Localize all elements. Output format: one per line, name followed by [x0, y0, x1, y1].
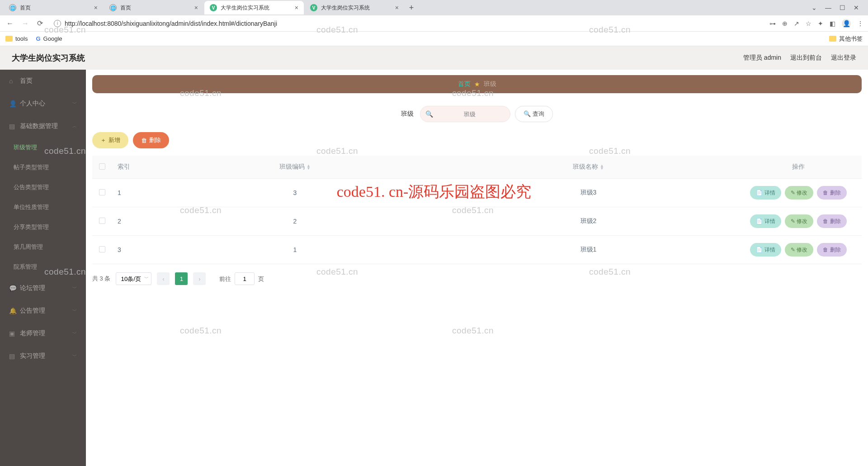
current-user[interactable]: 管理员 admin [743, 54, 781, 62]
table-row: 22班级2📄 详情✎ 修改🗑 删除 [92, 207, 862, 236]
teacher-icon: ▣ [9, 330, 15, 337]
globe-icon: 🌐 [9, 4, 16, 11]
site-info-icon[interactable]: i [54, 20, 61, 27]
app-title: 大学生岗位实习系统 [12, 52, 85, 63]
close-window-icon[interactable]: ✕ [854, 4, 859, 11]
logout-link[interactable]: 退出登录 [831, 54, 856, 62]
add-button[interactable]: ＋ 新增 [92, 132, 128, 148]
forum-icon: 💬 [9, 285, 15, 292]
search-button[interactable]: 🔍 查询 [515, 106, 553, 122]
minimize-icon[interactable]: — [825, 4, 831, 11]
sidebar-subitem-department[interactable]: 院系管理 [0, 257, 86, 277]
edit-button[interactable]: ✎ 修改 [785, 214, 813, 228]
remove-button[interactable]: 🗑 删除 [817, 243, 846, 257]
sidebar-subitem-posttype[interactable]: 帖子类型管理 [0, 157, 86, 177]
browser-tab[interactable]: 🌐 首页 × [4, 1, 103, 14]
sidebar-item-notice[interactable]: 🔔公告管理﹀ [0, 300, 86, 322]
bookmark-tools[interactable]: tools [5, 35, 28, 42]
sidebar-item-teacher[interactable]: ▣老师管理﹀ [0, 322, 86, 345]
toolbar-actions: ⊶ ⊕ ↗ ☆ ✦ ◧ 👤 ⋮ [769, 19, 863, 28]
browser-tab[interactable]: V 大学生岗位实习系统 × [305, 1, 404, 14]
tab-title: 大学生岗位实习系统 [321, 4, 393, 12]
detail-button[interactable]: 📄 详情 [750, 186, 781, 200]
sort-icon: ▲▼ [600, 164, 604, 170]
star-icon[interactable]: ☆ [806, 20, 811, 27]
remove-button[interactable]: 🗑 删除 [817, 214, 846, 228]
cell-name: 班级2 [442, 207, 735, 236]
new-tab-button[interactable]: + [405, 1, 418, 14]
sidebar-item-home[interactable]: ⌂首页 [0, 70, 86, 92]
share-icon[interactable]: ↗ [794, 20, 799, 27]
cell-index: 1 [112, 179, 148, 207]
cell-code: 3 [148, 179, 442, 207]
chevron-down-icon: ﹀ [72, 330, 77, 337]
page-jump-input[interactable] [235, 272, 255, 285]
th-name[interactable]: 班级名称▲▼ [442, 156, 735, 179]
sidebar-subitem-class[interactable]: 班级管理 [0, 138, 86, 157]
star-icon: ★ [474, 81, 480, 88]
close-icon[interactable]: × [393, 3, 401, 12]
data-icon: ▤ [9, 123, 15, 130]
back-button[interactable]: ← [5, 18, 15, 29]
home-icon: ⌂ [9, 77, 15, 85]
intern-icon: ▤ [9, 352, 15, 360]
url-text: http://localhost:8080/shixiguanlixitong/… [65, 20, 277, 27]
bookmark-other[interactable]: 其他书签 [829, 35, 863, 43]
folder-icon [829, 36, 836, 42]
sidebar-subitem-week[interactable]: 第几周管理 [0, 237, 86, 257]
page-suffix: 页 [258, 276, 264, 282]
sidebar-item-basedata[interactable]: ▤基础数据管理︿ [0, 115, 86, 138]
row-checkbox[interactable] [99, 189, 105, 195]
row-checkbox[interactable] [99, 218, 105, 224]
cell-index: 2 [112, 207, 148, 236]
edit-button[interactable]: ✎ 修改 [785, 243, 813, 257]
chevron-down-icon: ﹀ [72, 353, 77, 359]
data-table: 索引 班级编码▲▼ 班级名称▲▼ 操作 13班级3📄 详情✎ 修改🗑 删除22班… [92, 156, 862, 264]
th-index: 索引 [112, 156, 148, 179]
chevron-down-icon: ﹀ [72, 285, 77, 291]
profile-icon[interactable]: 👤 [842, 19, 851, 28]
close-icon[interactable]: × [293, 3, 300, 12]
url-box[interactable]: i http://localhost:8080/shixiguanlixiton… [49, 17, 765, 30]
sort-icon: ▲▼ [307, 164, 311, 170]
globe-icon: 🌐 [109, 4, 117, 11]
browser-tab-active[interactable]: V 大学生岗位实习系统 × [204, 1, 304, 14]
select-all-checkbox[interactable] [99, 163, 105, 170]
sidebar-item-personal[interactable]: 👤个人中心﹀ [0, 92, 86, 115]
sidebar-subitem-sharetype[interactable]: 分享类型管理 [0, 217, 86, 237]
maximize-icon[interactable]: ☐ [840, 4, 845, 11]
sidebar-subitem-unitnature[interactable]: 单位性质管理 [0, 197, 86, 217]
menu-icon[interactable]: ⋮ [857, 20, 863, 27]
prev-page-button[interactable]: ‹ [157, 272, 170, 285]
extensions-icon[interactable]: ✦ [818, 20, 823, 27]
edit-button[interactable]: ✎ 修改 [785, 186, 813, 200]
forward-button[interactable]: → [20, 18, 31, 29]
zoom-icon[interactable]: ⊕ [782, 20, 788, 27]
sidebar-item-intern[interactable]: ▤实习管理﹀ [0, 345, 86, 367]
breadcrumb-current: 班级 [484, 80, 496, 88]
next-page-button[interactable]: › [193, 272, 206, 285]
sidebar-item-forum[interactable]: 💬论坛管理﹀ [0, 277, 86, 300]
search-input[interactable] [420, 106, 510, 122]
close-icon[interactable]: × [92, 3, 99, 12]
reload-button[interactable]: ⟳ [35, 17, 45, 29]
close-icon[interactable]: × [193, 3, 200, 12]
detail-button[interactable]: 📄 详情 [750, 214, 781, 228]
caret-down-icon[interactable]: ⌄ [811, 4, 817, 11]
remove-button[interactable]: 🗑 删除 [817, 186, 846, 200]
breadcrumb-home[interactable]: 首页 [458, 80, 471, 88]
delete-button[interactable]: 🗑 删除 [133, 132, 169, 148]
browser-tab[interactable]: 🌐 首页 × [104, 1, 203, 14]
th-code[interactable]: 班级编码▲▼ [148, 156, 442, 179]
page-size-select[interactable]: 10条/页 [116, 272, 151, 285]
detail-button[interactable]: 📄 详情 [750, 243, 781, 257]
side-panel-icon[interactable]: ◧ [830, 20, 835, 27]
key-icon[interactable]: ⊶ [769, 20, 776, 27]
table-row: 31班级1📄 详情✎ 修改🗑 删除 [92, 236, 862, 264]
row-checkbox[interactable] [99, 246, 105, 252]
sidebar-subitem-noticetype[interactable]: 公告类型管理 [0, 177, 86, 197]
page-number[interactable]: 1 [175, 272, 188, 285]
app-header: 大学生岗位实习系统 管理员 admin 退出到前台 退出登录 [0, 46, 868, 70]
bookmark-google[interactable]: GGoogle [36, 35, 62, 42]
exit-to-front-link[interactable]: 退出到前台 [790, 54, 822, 62]
